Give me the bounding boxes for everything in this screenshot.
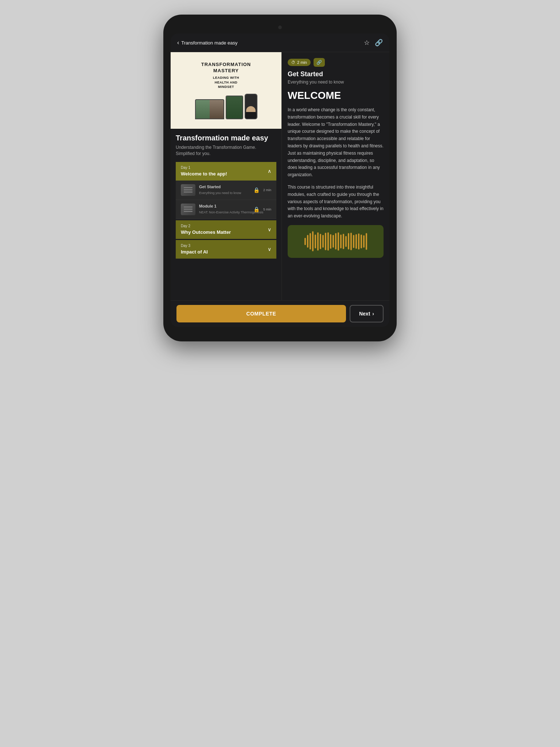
complete-button[interactable]: COMPLETE xyxy=(176,305,346,322)
day3-header[interactable]: Day 3 Impact of AI ∨ xyxy=(176,240,276,259)
day1-chevron: ∧ xyxy=(268,168,271,174)
waveform-bar xyxy=(363,235,365,248)
header: ‹ Transformation made easy ☆ 🔗 xyxy=(171,34,389,52)
waveform-bar xyxy=(343,234,344,249)
waveform-bar xyxy=(325,233,326,250)
clock-icon: ⏱ xyxy=(291,60,295,65)
phone-screen xyxy=(245,94,257,119)
header-actions: ☆ 🔗 xyxy=(364,39,383,47)
back-button[interactable]: ‹ Transformation made easy xyxy=(177,39,237,46)
day-section-2: Day 2 Why Outcomes Matter ∨ xyxy=(176,220,276,239)
waveform-bar xyxy=(317,232,319,251)
lesson-duration: 2 min xyxy=(263,188,271,192)
lock-icon: 🔒 xyxy=(253,206,260,212)
lesson-title: Module 1 xyxy=(199,204,250,208)
laptop-screen xyxy=(196,100,223,119)
waveform xyxy=(304,232,367,251)
lesson-info: Module 1 NEAT: Non-Exercise Activity The… xyxy=(199,204,250,215)
day2-label: Day 2 xyxy=(181,224,231,228)
device-tablet xyxy=(226,96,243,119)
waveform-bar xyxy=(327,232,329,251)
next-button[interactable]: Next › xyxy=(350,305,384,322)
camera-dot xyxy=(278,26,282,29)
lesson-subtitle: Everything you need to know xyxy=(199,191,241,195)
waveform-bar xyxy=(330,234,331,249)
day1-header[interactable]: Day 1 Welcome to the app! ∧ xyxy=(176,162,276,181)
laptop-img-right xyxy=(210,100,223,119)
waveform-bar xyxy=(307,235,308,248)
day-section-3: Day 3 Impact of AI ∨ xyxy=(176,240,276,259)
audio-player[interactable] xyxy=(288,225,384,258)
thumb-line xyxy=(184,211,192,212)
day1-content: Get Started Everything you need to know … xyxy=(176,181,276,219)
lesson-item[interactable]: Module 1 NEAT: Non-Exercise Activity The… xyxy=(176,200,276,219)
day2-header[interactable]: Day 2 Why Outcomes Matter ∨ xyxy=(176,220,276,239)
waveform-bar xyxy=(320,234,321,249)
waveform-bar xyxy=(332,235,334,248)
lesson-thumb-lines xyxy=(184,187,192,193)
waveform-bar xyxy=(358,233,359,249)
lesson-info: Get Started Everything you need to know xyxy=(199,185,250,196)
waveform-bar xyxy=(322,235,324,248)
waveform-bar xyxy=(355,234,357,249)
course-title: Transformation made easy xyxy=(176,134,276,142)
lesson-thumb xyxy=(181,184,195,196)
day2-chevron: ∨ xyxy=(268,227,271,232)
waveform-bar xyxy=(361,235,362,248)
lesson-title: Get Started xyxy=(199,185,250,189)
waveform-bar xyxy=(315,235,316,248)
waveform-bar xyxy=(353,235,354,248)
course-image-subtitle: LEADING WITHHEALTH ANDMINDSET xyxy=(213,76,239,89)
thumb-line xyxy=(184,189,192,190)
lesson-thumb xyxy=(181,204,195,215)
waveform-bar xyxy=(340,235,342,248)
waveform-bar xyxy=(312,231,314,251)
content-paragraph-2: This course is structured into three ins… xyxy=(288,184,384,220)
thumb-line xyxy=(184,206,192,208)
device-phone xyxy=(245,94,257,119)
thumb-line xyxy=(184,191,192,193)
day2-name: Why Outcomes Matter xyxy=(181,229,231,235)
tablet-inner-screen xyxy=(226,96,242,119)
next-label: Next xyxy=(359,311,370,317)
thumb-line xyxy=(184,187,192,188)
course-image: TRANSFORMATIONMASTERY LEADING WITHHEALTH… xyxy=(171,52,281,129)
laptop-img-left xyxy=(196,100,210,119)
course-desc: Understanding the Transformation Game. S… xyxy=(176,144,276,157)
link-icon[interactable]: 🔗 xyxy=(375,39,383,47)
day3-name: Impact of AI xyxy=(181,249,208,255)
main-content: TRANSFORMATIONMASTERY LEADING WITHHEALTH… xyxy=(171,52,389,300)
tablet-frame: ‹ Transformation made easy ☆ 🔗 TRANSFORM… xyxy=(163,15,397,341)
waveform-bar xyxy=(335,233,337,249)
back-icon: ‹ xyxy=(177,39,179,46)
bookmark-icon[interactable]: ☆ xyxy=(364,39,370,47)
tablet-screen: ‹ Transformation made easy ☆ 🔗 TRANSFORM… xyxy=(171,34,389,327)
right-panel: ⏱ 2 min 🔗 Get Started Everything you nee… xyxy=(282,52,389,300)
person-body xyxy=(245,112,256,119)
header-title: Transformation made easy xyxy=(181,40,237,46)
lock-icon: 🔒 xyxy=(253,187,260,193)
waveform-bar xyxy=(348,233,349,249)
day3-chevron: ∨ xyxy=(268,246,271,252)
waveform-bar xyxy=(304,238,306,245)
waveform-bar xyxy=(310,233,311,249)
waveform-bar xyxy=(350,233,352,250)
next-icon: › xyxy=(372,311,374,317)
lesson-thumb-inner xyxy=(181,184,195,196)
lesson-heading: Get Started xyxy=(288,70,384,78)
meta-row: ⏱ 2 min 🔗 xyxy=(288,58,384,67)
thumb-line xyxy=(184,209,192,210)
lesson-duration: 5 min xyxy=(263,208,271,211)
welcome-title: WELCOME xyxy=(288,90,384,101)
lesson-thumb-lines xyxy=(184,206,192,212)
time-value: 2 min xyxy=(297,60,307,65)
waveform-bar xyxy=(366,233,367,250)
course-info: Transformation made easy Understanding t… xyxy=(171,129,281,265)
device-collage xyxy=(195,94,257,119)
meta-time-badge: ⏱ 2 min xyxy=(288,59,311,66)
content-paragraph-1: In a world where change is the only cons… xyxy=(288,107,384,179)
lesson-item[interactable]: Get Started Everything you need to know … xyxy=(176,181,276,200)
day1-label: Day 1 xyxy=(181,166,227,170)
meta-link-button[interactable]: 🔗 xyxy=(314,58,325,67)
waveform-bar xyxy=(338,232,339,251)
